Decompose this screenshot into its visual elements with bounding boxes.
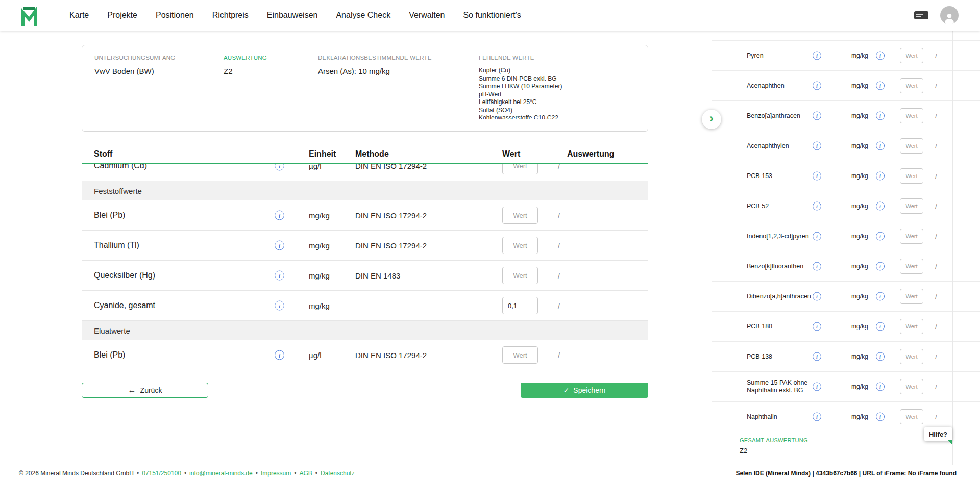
datenschutz-link[interactable]: Datenschutz [321,470,355,477]
value-input[interactable] [900,48,923,63]
info-icon[interactable]: i [876,172,885,181]
back-button[interactable]: ← Zurück [82,383,208,398]
nav-item-richtpreis[interactable]: Richtpreis [212,11,249,20]
info-icon[interactable]: i [813,112,821,120]
value-input[interactable] [900,379,923,394]
value-input[interactable] [900,108,923,123]
value-input[interactable] [502,237,538,254]
user-avatar[interactable] [940,6,959,24]
info-icon[interactable]: i [876,262,885,271]
info-icon[interactable]: i [813,232,821,241]
info-icon[interactable]: i [876,52,885,60]
value-input[interactable] [900,409,923,424]
nav-item-projekte[interactable]: Projekte [107,11,137,20]
keyboard-icon[interactable] [914,10,929,20]
info-icon[interactable]: i [813,172,821,181]
main-content: UNTERSUCHUNGSUMFANG VwV Boden (BW) AUSWE… [82,31,648,398]
info-icon[interactable]: i [876,82,885,90]
nav-item-so-funktionierts[interactable]: So funktioniert's [463,11,521,20]
evaluation-value: / [935,323,937,331]
substance-name: Cadmium (Cd) [94,164,147,170]
info-icon[interactable]: i [813,413,821,421]
unit-label: mg/kg [851,233,868,240]
value-input[interactable] [502,207,538,224]
value-input[interactable] [502,297,538,314]
panel-collapse-button[interactable]: › [702,110,721,129]
info-icon[interactable]: i [275,164,284,171]
method-label: DIN EN ISO 17294-2 [355,241,427,250]
value-input[interactable] [900,289,923,304]
nav-item-verwalten[interactable]: Verwalten [409,11,445,20]
info-icon[interactable]: i [813,352,821,361]
value-input[interactable] [900,349,923,364]
missing-values-label: FEHLENDE WERTE [479,55,635,61]
info-icon[interactable]: i [876,383,885,391]
nav-item-karte[interactable]: Karte [69,11,89,20]
separator: • [294,470,296,477]
info-icon[interactable]: i [813,322,821,331]
unit-label: mg/kg [309,241,330,250]
evaluation-value: / [558,241,560,250]
value-input[interactable] [900,229,923,244]
info-icon[interactable]: i [813,82,821,90]
nav-item-positionen[interactable]: Positionen [156,11,194,20]
panel-partial-row [712,31,980,41]
separator: • [256,470,258,477]
email-link[interactable]: info@mineral-minds.de [189,470,253,477]
info-icon[interactable]: i [876,413,885,421]
info-icon[interactable]: i [876,232,885,241]
side-panel: Pyren i mg/kg i / Acenaphthen i mg/kg i … [712,31,980,465]
info-icon[interactable]: i [275,241,284,250]
value-input[interactable] [900,259,923,274]
substance-name: PCB 52 [747,202,814,210]
substance-name: Benzo[a]anthracen [747,112,814,120]
info-icon[interactable]: i [275,271,284,281]
value-input[interactable] [900,138,923,154]
info-icon[interactable]: i [876,322,885,331]
info-icon[interactable]: i [876,112,885,120]
declaration-label: DEKLARATIONSBESTIMMENDE WERTE [318,55,479,61]
impressum-link[interactable]: Impressum [261,470,291,477]
missing-item: pH-Wert [479,91,635,99]
save-button[interactable]: ✓ Speichern [521,383,648,398]
info-icon[interactable]: i [275,350,284,360]
value-input[interactable] [900,198,923,214]
info-icon[interactable]: i [275,301,284,311]
nav-item-analyse-check[interactable]: Analyse Check [336,11,390,20]
info-icon[interactable]: i [813,262,821,271]
main-menu: Karte Projekte Positionen Richtpreis Ein… [69,11,521,20]
agb-link[interactable]: AGB [299,470,312,477]
chevron-right-icon: › [709,111,714,125]
unit-label: mg/kg [851,323,868,330]
value-input[interactable] [900,168,923,184]
substance-name: Cyanide, gesamt [94,301,155,310]
table-row-blei-eluat: Blei (Pb) i µg/l DIN EN ISO 17294-2 / [82,340,648,370]
evaluation-value: / [935,353,937,361]
summary-evaluation: AUSWERTUNG Z2 [224,55,318,122]
info-icon[interactable]: i [876,352,885,361]
info-icon[interactable]: i [876,292,885,301]
header-einheit: Einheit [309,149,336,159]
value-input[interactable] [900,319,923,334]
phone-link[interactable]: 07151/250100 [142,470,181,477]
substance-name: Dibenzo[a,h]anthracen [747,293,814,300]
info-icon[interactable]: i [813,142,821,150]
value-input[interactable] [502,164,538,174]
info-icon[interactable]: i [876,202,885,211]
info-icon[interactable]: i [813,52,821,60]
unit-label: mg/kg [309,301,330,310]
value-input[interactable] [900,78,923,93]
value-input[interactable] [502,267,538,284]
info-icon[interactable]: i [813,383,821,391]
help-button[interactable]: Hilfe? [924,427,952,441]
info-icon[interactable]: i [275,211,284,220]
brand-logo-icon[interactable] [20,5,43,26]
section-eluatwerte: Eluatwerte [82,321,648,340]
info-icon[interactable]: i [876,142,885,150]
unit-label: mg/kg [851,52,868,59]
info-icon[interactable]: i [813,292,821,301]
evaluation-value: / [935,263,937,270]
value-input[interactable] [502,346,538,364]
info-icon[interactable]: i [813,202,821,211]
nav-item-einbauweisen[interactable]: Einbauweisen [267,11,318,20]
